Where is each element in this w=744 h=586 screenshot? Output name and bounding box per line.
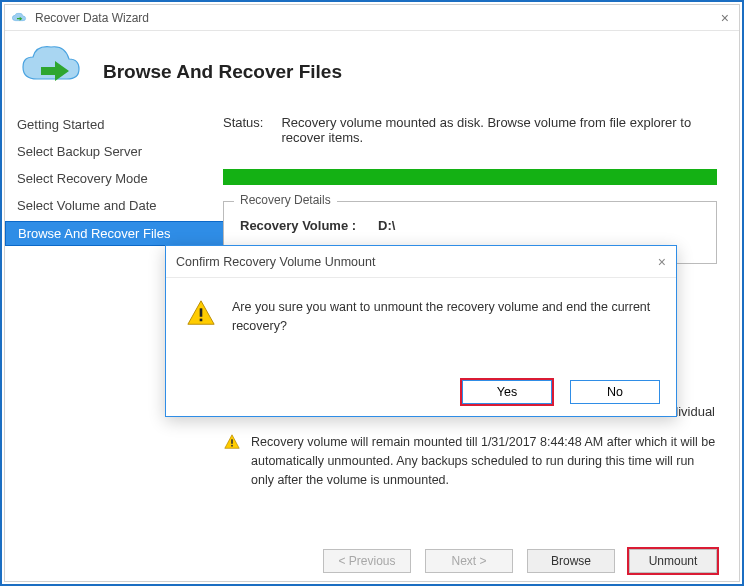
sidebar-item-select-backup-server[interactable]: Select Backup Server: [5, 140, 223, 163]
svg-rect-3: [200, 319, 203, 322]
app-cloud-icon: [11, 12, 27, 24]
yes-button[interactable]: Yes: [462, 380, 552, 404]
dialog-message: Are you sure you want to unmount the rec…: [232, 298, 656, 336]
dialog-close-icon[interactable]: ×: [658, 254, 666, 270]
wizard-header: Browse And Recover Files: [5, 31, 739, 105]
warning-icon: [186, 298, 216, 336]
unmount-button[interactable]: Unmount: [629, 549, 717, 573]
svg-rect-0: [231, 439, 233, 444]
wizard-footer: < Previous Next > Browse Unmount: [323, 549, 717, 573]
sidebar-item-select-recovery-mode[interactable]: Select Recovery Mode: [5, 167, 223, 190]
sidebar-item-select-volume-date[interactable]: Select Volume and Date: [5, 194, 223, 217]
confirm-unmount-dialog: Confirm Recovery Volume Unmount × Are yo…: [165, 245, 677, 417]
unmount-warning: Recovery volume will remain mounted till…: [223, 433, 717, 489]
warning-icon: [223, 433, 241, 451]
page-title: Browse And Recover Files: [103, 61, 342, 83]
main-window: Recover Data Wizard × Browse And Recover…: [4, 4, 740, 582]
status-row: Status: Recovery volume mounted as disk.…: [223, 115, 717, 145]
unmount-warning-text: Recovery volume will remain mounted till…: [251, 433, 717, 489]
progress-bar: [223, 169, 717, 185]
recovery-volume-value: D:\: [378, 218, 395, 233]
app-frame: Recover Data Wizard × Browse And Recover…: [0, 0, 744, 586]
recovery-details-legend: Recovery Details: [234, 193, 337, 207]
next-button: Next >: [425, 549, 513, 573]
svg-rect-1: [231, 445, 233, 447]
wizard-cloud-icon: [19, 43, 83, 87]
browse-button[interactable]: Browse: [527, 549, 615, 573]
svg-rect-2: [200, 308, 203, 316]
status-label: Status:: [223, 115, 263, 145]
titlebar: Recover Data Wizard ×: [5, 5, 739, 31]
window-title: Recover Data Wizard: [35, 11, 149, 25]
no-button[interactable]: No: [570, 380, 660, 404]
sidebar-item-browse-recover[interactable]: Browse And Recover Files: [5, 221, 224, 246]
close-icon[interactable]: ×: [717, 10, 733, 26]
previous-button: < Previous: [323, 549, 411, 573]
recovery-volume-label: Recovery Volume :: [240, 218, 356, 233]
status-text: Recovery volume mounted as disk. Browse …: [281, 115, 717, 145]
dialog-titlebar: Confirm Recovery Volume Unmount ×: [166, 246, 676, 278]
sidebar-item-getting-started[interactable]: Getting Started: [5, 113, 223, 136]
dialog-title: Confirm Recovery Volume Unmount: [176, 255, 375, 269]
